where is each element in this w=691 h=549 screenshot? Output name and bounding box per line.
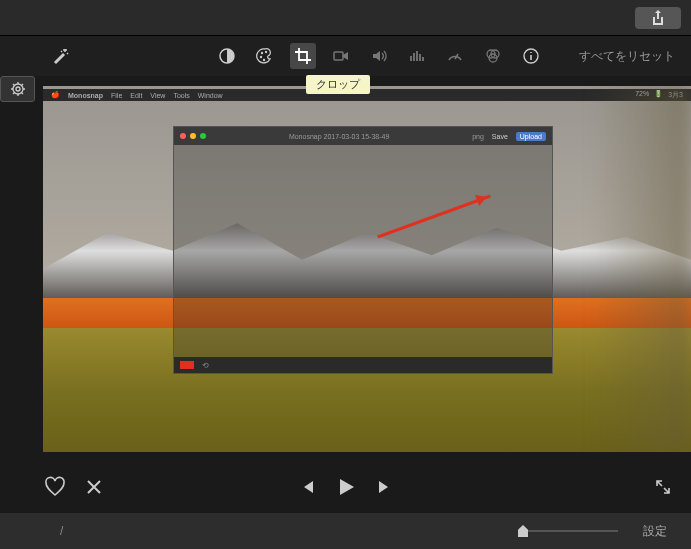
menubar-item: Edit — [130, 92, 142, 99]
info-icon — [522, 47, 540, 65]
annotation-arrow — [377, 195, 491, 239]
menubar-item: Tools — [173, 92, 189, 99]
preview-viewer: 🍎 Monosnap File Edit View Tools Window 7… — [43, 86, 691, 452]
magic-wand-icon — [52, 47, 70, 65]
speed-button[interactable] — [442, 43, 468, 69]
skip-forward-icon — [376, 478, 394, 496]
crop-button[interactable] — [290, 43, 316, 69]
prev-button[interactable] — [298, 478, 316, 496]
crop-icon — [294, 47, 312, 65]
video-icon — [332, 47, 350, 65]
contrast-icon — [218, 47, 236, 65]
svg-point-2 — [265, 51, 267, 53]
color-palette-button[interactable] — [252, 43, 278, 69]
inner-app-title: Monosnap 2017-03-03 15-38-49 — [289, 133, 389, 140]
color-swatch — [180, 361, 194, 369]
favorite-button[interactable] — [44, 476, 66, 498]
inner-app-format: png — [472, 133, 484, 140]
crop-tooltip: クロップ — [306, 75, 370, 94]
speedometer-icon — [446, 47, 464, 65]
path-separator: / — [60, 524, 63, 538]
minimize-icon — [190, 133, 196, 139]
svg-point-1 — [261, 52, 263, 54]
filters-icon — [484, 47, 502, 65]
inner-app-toolbar: ⟲ — [174, 357, 552, 373]
skip-back-icon — [298, 478, 316, 496]
inner-app-upload: Upload — [516, 132, 546, 141]
equalizer-icon — [408, 47, 426, 65]
play-icon — [334, 475, 358, 499]
expand-icon — [655, 479, 671, 495]
video-button[interactable] — [328, 43, 354, 69]
menubar-item: Window — [198, 92, 223, 99]
zoom-handle[interactable] — [518, 525, 528, 537]
filters-button[interactable] — [480, 43, 506, 69]
equalizer-button[interactable] — [404, 43, 430, 69]
adjust-toolbar: すべてをリセット — [0, 36, 691, 76]
tool-group — [214, 43, 544, 69]
share-button[interactable] — [635, 7, 681, 29]
menubar-app: Monosnap — [68, 92, 103, 99]
info-button[interactable] — [518, 43, 544, 69]
reject-button[interactable] — [84, 477, 104, 497]
apple-icon: 🍎 — [51, 91, 60, 99]
audio-button[interactable] — [366, 43, 392, 69]
speaker-icon — [370, 47, 388, 65]
fullscreen-button[interactable] — [655, 479, 671, 495]
reset-all-button[interactable]: すべてをリセット — [579, 48, 675, 65]
inner-app-window: Monosnap 2017-03-03 15-38-49 png Save Up… — [173, 126, 553, 374]
adjust-contrast-button[interactable] — [214, 43, 240, 69]
gear-icon — [10, 81, 26, 97]
svg-rect-5 — [334, 52, 343, 60]
sidebar-settings-button[interactable] — [0, 76, 35, 102]
close-icon — [180, 133, 186, 139]
bottom-bar: / 設定 — [0, 513, 691, 549]
menubar-item: File — [111, 92, 122, 99]
heart-icon — [44, 476, 66, 498]
share-icon — [651, 10, 665, 26]
titlebar — [0, 0, 691, 36]
x-icon — [84, 477, 104, 497]
palette-icon — [256, 47, 274, 65]
menubar-item: View — [150, 92, 165, 99]
svg-point-4 — [263, 59, 265, 61]
svg-point-11 — [16, 87, 20, 91]
zoom-icon — [200, 133, 206, 139]
zoom-slider[interactable] — [518, 530, 618, 532]
play-button[interactable] — [334, 475, 358, 499]
settings-button[interactable]: 設定 — [643, 523, 667, 540]
playback-bar — [0, 465, 691, 509]
next-button[interactable] — [376, 478, 394, 496]
svg-point-3 — [260, 56, 262, 58]
magic-wand-button[interactable] — [48, 43, 74, 69]
inner-app-save: Save — [492, 133, 508, 140]
preview-content: 🍎 Monosnap File Edit View Tools Window 7… — [43, 86, 691, 452]
